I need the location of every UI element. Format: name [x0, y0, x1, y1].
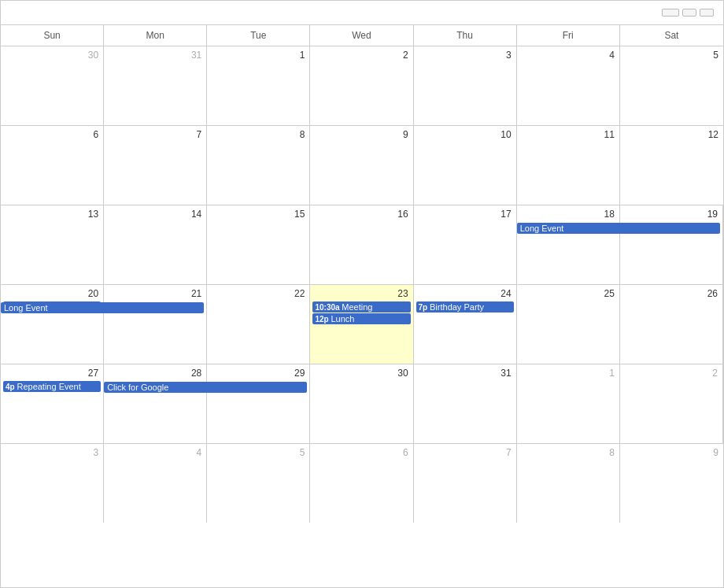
day-cell: 8 [517, 444, 620, 523]
day-cell: 5 [620, 46, 723, 125]
day-header-tue: Tue [207, 25, 310, 46]
day-cell: 2 [620, 364, 723, 443]
day-header-thu: Thu [414, 25, 517, 46]
day-cell: 1All Day Event [207, 46, 310, 125]
day-cell: 9 [310, 126, 413, 205]
calendar-grid: 30311All Day Event2345678910111213141516… [1, 46, 723, 523]
calendar: SunMonTueWedThuFriSat 30311All Day Event… [0, 0, 724, 588]
day-cell: 30 [1, 46, 104, 125]
day-number: 11 [519, 128, 617, 142]
day-number: 19 [622, 207, 720, 221]
day-cell: 5 [207, 444, 310, 523]
event-time: 12p [315, 315, 331, 324]
day-number: 14 [106, 207, 204, 221]
day-cell: 7 [104, 126, 207, 205]
next-button[interactable] [700, 9, 714, 17]
day-number: 2 [312, 48, 410, 62]
day-number: 6 [3, 128, 101, 142]
day-cell: 31 [414, 364, 517, 443]
calendar-header [1, 1, 723, 25]
day-cell: 9 [620, 444, 723, 523]
day-number: 20 [3, 287, 101, 301]
day-cell: 30 [310, 364, 413, 443]
day-number: 7 [106, 128, 204, 142]
week-row: 131415161718Long Event19 Long Event [1, 205, 723, 285]
calendar-event[interactable]: 12p Lunch [312, 313, 410, 324]
day-number: 12 [622, 128, 721, 142]
day-number: 1 [519, 366, 617, 380]
day-cell: 14 [104, 205, 207, 284]
day-cell: 4 [517, 46, 620, 125]
calendar-event[interactable]: 4p Repeating Event [3, 381, 101, 392]
day-cell: 2310:30a Meeting12p Lunch [310, 285, 413, 364]
day-header-mon: Mon [104, 25, 207, 46]
calendar-event[interactable]: 10:30a Meeting [312, 301, 410, 312]
day-cell: 7 [414, 444, 517, 523]
calendar-event-span[interactable]: Long Event [1, 302, 204, 313]
day-cell: 10 [414, 126, 517, 205]
day-number: 31 [106, 48, 204, 62]
event-time: 4p [6, 383, 17, 391]
day-number: 4 [106, 446, 204, 460]
day-number: 6 [312, 446, 410, 460]
day-cell: 6 [1, 126, 104, 205]
day-number: 21 [106, 287, 204, 301]
day-cell: 20Long Event4p Repeating Event [1, 285, 104, 364]
day-number: 3 [3, 446, 101, 460]
day-cell: 31 [104, 46, 207, 125]
day-number: 4 [519, 48, 617, 62]
day-header-sun: Sun [1, 25, 104, 46]
day-cell: 25 [517, 285, 620, 364]
day-number: 3 [416, 48, 514, 62]
day-cell: 15 [207, 205, 310, 284]
day-number: 25 [519, 287, 617, 301]
day-cell: 29 [207, 364, 310, 443]
week-row: 20Long Event4p Repeating Event21 222310:… [1, 285, 723, 364]
nav-controls [662, 9, 714, 17]
day-number: 13 [3, 207, 101, 221]
day-cell: 4 [104, 444, 207, 523]
week-row: 6789101112 [1, 126, 723, 205]
day-header-wed: Wed [310, 25, 413, 46]
day-cell: 3 [414, 46, 517, 125]
day-cell: 2 [310, 46, 413, 125]
day-number: 5 [622, 48, 721, 62]
day-number: 16 [312, 207, 410, 221]
day-number: 2 [622, 366, 720, 380]
day-number: 23 [312, 287, 410, 301]
day-number: 1 [209, 48, 307, 62]
day-number: 9 [312, 128, 410, 142]
day-number: 27 [3, 366, 101, 380]
week-row: 30311All Day Event2345 [1, 46, 723, 126]
day-cell: 16 [310, 205, 413, 284]
day-number: 30 [312, 366, 410, 380]
calendar-event-span[interactable]: Long Event [517, 223, 720, 234]
day-number: 24 [416, 287, 514, 301]
day-number: 31 [416, 366, 514, 380]
day-number: 15 [209, 207, 307, 221]
day-number: 7 [416, 446, 514, 460]
day-cell: 21 [104, 285, 207, 364]
day-cell: 17 [414, 205, 517, 284]
calendar-event[interactable]: 7p Birthday Party [416, 301, 514, 312]
day-number: 26 [622, 287, 720, 301]
day-number: 9 [622, 446, 721, 460]
day-number: 22 [209, 287, 307, 301]
calendar-event-span[interactable]: Click for Google [104, 382, 307, 393]
day-cell: 1 [517, 364, 620, 443]
day-number: 8 [209, 128, 307, 142]
today-button[interactable] [662, 9, 679, 17]
day-number: 10 [416, 128, 514, 142]
day-cell: 274p Repeating Event [1, 364, 104, 443]
day-cell: 26 [620, 285, 723, 364]
day-cell: 18Long Event [517, 205, 620, 284]
prev-button[interactable] [682, 9, 696, 17]
day-number: 30 [3, 48, 101, 62]
day-cell: 247p Birthday Party [414, 285, 517, 364]
day-cell: 11 [517, 126, 620, 205]
week-row: 3456789 [1, 444, 723, 523]
day-cell: 12 [620, 126, 723, 205]
day-cell: 13 [1, 205, 104, 284]
day-number: 29 [209, 366, 307, 380]
day-number: 17 [416, 207, 514, 221]
